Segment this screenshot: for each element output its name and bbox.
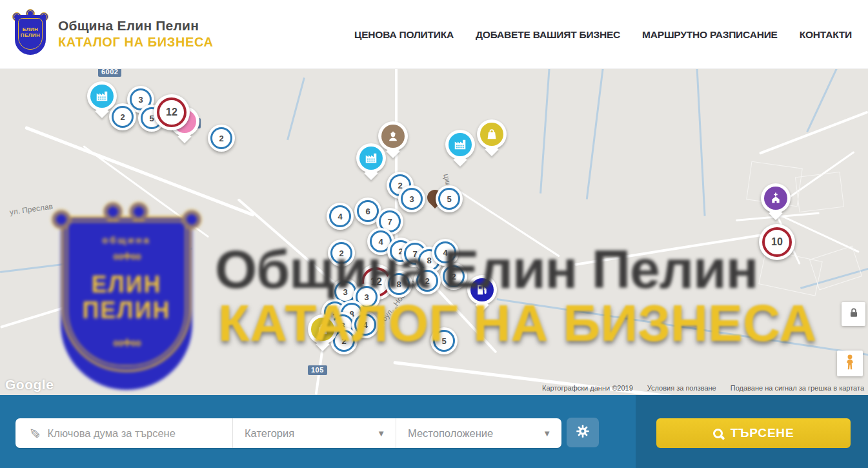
- attribution-text: Картографски данни ©2019: [542, 384, 633, 392]
- header: ЕЛИНПЕЛИН Община Елин Пелин КАТАЛОГ НА Б…: [0, 0, 868, 69]
- church-pin-marker[interactable]: [761, 183, 791, 213]
- advanced-settings-button[interactable]: [567, 418, 599, 447]
- keyword-search-input[interactable]: [48, 427, 232, 440]
- category-dropdown[interactable]: Категория ▼: [232, 418, 396, 448]
- google-logo[interactable]: Google: [5, 377, 54, 392]
- marker-layer: 325122235647422784212823338342510: [0, 69, 868, 395]
- nav-link[interactable]: ЦЕНОВА ПОЛИТИКА: [354, 29, 454, 41]
- bag-pin-marker[interactable]: [477, 119, 507, 149]
- cluster-marker[interactable]: 4: [327, 203, 354, 230]
- map-attribution: Картографски данни ©2019Условия за ползв…: [542, 384, 864, 392]
- main-nav: ЦЕНОВА ПОЛИТИКАДОБАВЕТЕ ВАШИЯТ БИЗНЕСМАР…: [354, 0, 852, 69]
- factory-pin-marker[interactable]: [445, 130, 475, 159]
- pegman-streetview-control[interactable]: [837, 351, 863, 376]
- nav-link[interactable]: КОНТАКТИ: [800, 29, 852, 41]
- attribution-link[interactable]: Подаване на сигнал за грешка в картата: [731, 384, 864, 392]
- cluster-marker[interactable]: 5: [430, 327, 458, 354]
- gear-icon: [574, 423, 591, 442]
- cluster-marker[interactable]: 10: [759, 224, 795, 260]
- search-submit-button[interactable]: ТЪРСЕНЕ: [656, 418, 851, 448]
- keyword-field-wrap: ✎: [15, 418, 232, 448]
- cluster-marker[interactable]: 2: [414, 267, 441, 294]
- cluster-marker[interactable]: 12: [154, 94, 190, 130]
- search-bar: ✎ Категория ▼ Местоположение ▼ ТЪРСЕНЕ: [0, 395, 868, 468]
- factory-pin-marker[interactable]: [87, 81, 117, 111]
- nav-link[interactable]: МАРШРУТНО РАЗПИСАНИЕ: [642, 29, 778, 41]
- chevron-down-icon: ▼: [377, 429, 385, 438]
- brand-logo[interactable]: ЕЛИНПЕЛИН Община Елин Пелин КАТАЛОГ НА Б…: [13, 11, 213, 56]
- cluster-marker[interactable]: 2: [208, 125, 235, 152]
- cluster-marker[interactable]: 2: [328, 239, 355, 267]
- brand-subtitle: КАТАЛОГ НА БИЗНЕСА: [58, 35, 213, 50]
- search-button-label: ТЪРСЕНЕ: [731, 426, 794, 440]
- lock-button[interactable]: [842, 302, 865, 326]
- bag-pin-marker[interactable]: [308, 314, 338, 344]
- map-canvas[interactable]: ул. Преславбул. „Новоселции6002105 32512…: [0, 69, 868, 395]
- chevron-down-icon: ▼: [543, 429, 551, 438]
- cluster-marker[interactable]: 4: [432, 239, 459, 266]
- pegman-icon: [842, 354, 858, 373]
- brand-title: Община Елин Пелин: [58, 18, 213, 34]
- search-fields: ✎ Категория ▼ Местоположение ▼: [15, 418, 561, 448]
- factory-pin-marker[interactable]: [356, 143, 386, 173]
- lock-icon: [847, 307, 860, 322]
- location-dropdown-value: Местоположение: [408, 427, 493, 440]
- pencil-icon: ✎: [26, 427, 42, 439]
- location-dropdown[interactable]: Местоположение ▼: [396, 418, 561, 448]
- municipality-crest-icon: ЕЛИНПЕЛИН: [13, 11, 48, 56]
- search-icon: [713, 429, 723, 438]
- cluster-marker[interactable]: 3: [398, 185, 425, 212]
- cluster-marker[interactable]: 8: [385, 270, 412, 298]
- cluster-marker[interactable]: 5: [436, 185, 463, 212]
- fuel-pin-marker[interactable]: [467, 275, 497, 305]
- nav-link[interactable]: ДОБАВЕТЕ ВАШИЯТ БИЗНЕС: [476, 29, 620, 41]
- cluster-marker[interactable]: 2: [440, 263, 467, 290]
- category-dropdown-value: Категория: [245, 427, 294, 440]
- attribution-link[interactable]: Условия за ползване: [647, 384, 716, 392]
- page: ЕЛИНПЕЛИН Община Елин Пелин КАТАЛОГ НА Б…: [0, 0, 868, 468]
